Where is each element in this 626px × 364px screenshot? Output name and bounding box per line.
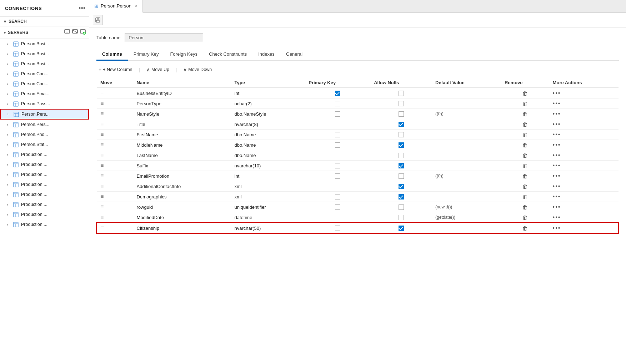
allow-nulls-checkbox[interactable] [399,101,404,106]
allow-nulls-cell[interactable] [370,98,432,109]
remove-cell[interactable]: 🗑 [501,98,549,109]
more-actions-icon[interactable]: ••• [553,162,561,168]
move-handle-cell[interactable]: ≡ [97,119,133,130]
server-icon-3[interactable] [80,29,86,36]
sidebar-item-12[interactable]: › Production.... [0,160,89,170]
allow-nulls-cell[interactable] [370,88,432,98]
more-actions-cell[interactable]: ••• [549,192,619,202]
allow-nulls-cell[interactable] [370,181,432,192]
sidebar-item-13[interactable]: › Production.... [0,170,89,180]
remove-cell[interactable]: 🗑 [501,161,549,171]
more-actions-icon[interactable]: ••• [553,100,561,106]
allow-nulls-checkbox[interactable] [399,111,404,117]
move-handle-cell[interactable]: ≡ [97,98,133,109]
save-button[interactable] [93,15,103,25]
remove-icon[interactable]: 🗑 [522,142,528,148]
move-up-button[interactable]: ∧ Move Up [144,66,171,74]
more-actions-icon[interactable]: ••• [553,173,561,179]
sidebar-item-4[interactable]: › Person.Cou... [0,79,89,89]
remove-icon[interactable]: 🗑 [522,163,528,169]
move-handle-cell[interactable]: ≡ [97,140,133,150]
primary-key-checkbox[interactable] [335,142,340,148]
remove-icon[interactable]: 🗑 [522,132,528,138]
more-actions-cell[interactable]: ••• [549,223,619,233]
primary-key-cell[interactable] [305,181,370,192]
editor-tab-check-constraints[interactable]: Check Constraints [203,49,252,61]
allow-nulls-cell[interactable] [370,171,432,181]
sidebar-item-18[interactable]: › Production.... [0,219,89,229]
more-actions-cell[interactable]: ••• [549,109,619,119]
move-handle-icon[interactable]: ≡ [100,214,104,220]
more-actions-cell[interactable]: ••• [549,171,619,181]
primary-key-cell[interactable] [305,119,370,130]
more-actions-icon[interactable]: ••• [553,131,561,137]
remove-cell[interactable]: 🗑 [501,130,549,140]
primary-key-checkbox[interactable] [335,91,340,96]
more-actions-cell[interactable]: ••• [549,119,619,130]
more-actions-icon[interactable]: ••• [553,90,561,96]
primary-key-checkbox[interactable] [335,153,340,158]
move-handle-icon[interactable]: ≡ [100,142,104,148]
allow-nulls-checkbox[interactable] [399,204,404,210]
sidebar-item-14[interactable]: › Production.... [0,180,89,189]
allow-nulls-cell[interactable] [370,150,432,161]
allow-nulls-checkbox[interactable] [399,184,404,189]
remove-icon[interactable]: 🗑 [522,214,528,221]
primary-key-cell[interactable] [305,161,370,171]
remove-icon[interactable]: 🗑 [522,111,528,117]
remove-cell[interactable]: 🗑 [501,212,549,223]
move-handle-icon[interactable]: ≡ [101,225,104,231]
remove-icon[interactable]: 🗑 [522,204,528,210]
primary-key-cell[interactable] [305,171,370,181]
move-handle-cell[interactable]: ≡ [97,171,133,181]
allow-nulls-cell[interactable] [370,192,432,202]
primary-key-cell[interactable] [305,98,370,109]
move-handle-icon[interactable]: ≡ [100,152,104,158]
sidebar-item-17[interactable]: › Production.... [0,209,89,219]
allow-nulls-checkbox[interactable] [399,163,404,168]
allow-nulls-checkbox[interactable] [399,153,404,158]
allow-nulls-checkbox[interactable] [399,173,404,179]
sidebar-item-6[interactable]: › Person.Pass... [0,99,89,109]
allow-nulls-checkbox[interactable] [399,91,404,96]
more-actions-icon[interactable]: ••• [553,142,561,148]
sidebar-item-8[interactable]: › Person.Pers... [0,120,89,130]
more-actions-icon[interactable]: ••• [553,193,561,199]
move-handle-cell[interactable]: ≡ [97,130,133,140]
sidebar-item-10[interactable]: › Person.Stat... [0,140,89,150]
allow-nulls-cell[interactable] [370,130,432,140]
more-actions-cell[interactable]: ••• [549,88,619,98]
primary-key-cell[interactable] [305,130,370,140]
sidebar-item-5[interactable]: › Person.Ema... [0,89,89,99]
allow-nulls-cell[interactable] [370,161,432,171]
primary-key-checkbox[interactable] [335,226,340,231]
allow-nulls-checkbox[interactable] [399,194,404,199]
primary-key-checkbox[interactable] [335,132,340,137]
move-handle-cell[interactable]: ≡ [97,150,133,161]
primary-key-cell[interactable] [305,192,370,202]
more-actions-icon[interactable]: ••• [553,111,561,117]
move-handle-icon[interactable]: ≡ [100,204,104,210]
allow-nulls-checkbox[interactable] [399,122,404,127]
remove-icon[interactable]: 🗑 [522,183,528,189]
more-actions-cell[interactable]: ••• [549,212,619,223]
sidebar-search-section[interactable]: ∨ SEARCH [0,17,89,26]
remove-icon[interactable]: 🗑 [522,225,528,231]
person-person-tab[interactable]: ⊞ Person.Person × [89,0,143,13]
more-actions-cell[interactable]: ••• [549,202,619,212]
more-actions-cell[interactable]: ••• [549,181,619,192]
allow-nulls-cell[interactable] [370,223,432,233]
move-handle-cell[interactable]: ≡ [97,202,133,212]
remove-cell[interactable]: 🗑 [501,192,549,202]
allow-nulls-cell[interactable] [370,109,432,119]
remove-cell[interactable]: 🗑 [501,88,549,98]
remove-cell[interactable]: 🗑 [501,140,549,150]
move-handle-cell[interactable]: ≡ [97,88,133,98]
allow-nulls-checkbox[interactable] [399,142,404,148]
more-actions-icon[interactable]: ••• [553,214,561,220]
more-actions-cell[interactable]: ••• [549,140,619,150]
more-actions-icon[interactable]: ••• [553,121,561,127]
remove-cell[interactable]: 🗑 [501,119,549,130]
sidebar-item-16[interactable]: › Production.... [0,199,89,209]
allow-nulls-checkbox[interactable] [399,226,404,231]
